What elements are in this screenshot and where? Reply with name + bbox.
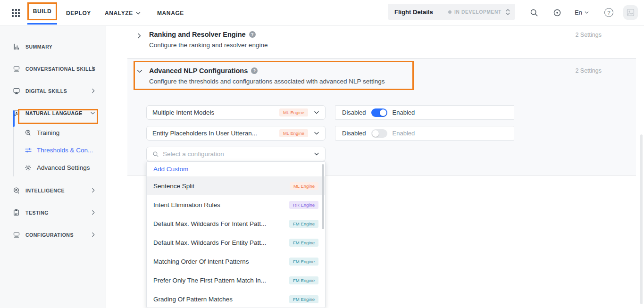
setting-select-entity-placeholders[interactable]: Entity Placeholders In User Utteran... M… — [146, 126, 326, 141]
sidebar-subitem-training[interactable]: Training — [0, 124, 106, 142]
option-label: Matching Order Of Intent Patterns — [153, 258, 249, 265]
chevron-down-icon — [314, 152, 319, 156]
chevron-down-icon — [314, 110, 319, 115]
chevron-down-icon[interactable] — [137, 69, 142, 74]
sidebar-subitem-label: Thresholds & Con... — [37, 147, 93, 154]
nav-tab-manage[interactable]: MANAGE — [157, 10, 184, 17]
sidebar-subitem-thresholds[interactable]: Thresholds & Con... — [0, 142, 106, 159]
section-subtitle: Configure the thresholds and configurati… — [149, 78, 385, 85]
chevron-right-icon — [91, 210, 95, 215]
help-icon[interactable]: ? — [251, 67, 258, 74]
help-icon[interactable]: ? — [249, 31, 256, 38]
dropdown-scrollbar[interactable] — [322, 164, 324, 229]
engine-badge: ML Engine — [290, 182, 318, 190]
setting-label: Multiple Intent Models — [152, 109, 214, 116]
toggle-switch[interactable] — [371, 129, 387, 138]
bot-selector[interactable]: Flight Details IN DEVELOPMENT — [388, 4, 515, 20]
sidebar-item-intelligence[interactable]: INTELLIGENCE — [0, 179, 106, 201]
status-dot-icon — [448, 10, 452, 14]
chevron-right-icon — [91, 66, 95, 71]
option-label: Prefer Only The First Pattern Match In..… — [153, 277, 266, 284]
monitor-icon — [13, 87, 21, 95]
engine-badge: FM Engine — [289, 295, 318, 303]
engine-badge: FM Engine — [289, 239, 318, 247]
toggle-switch[interactable] — [371, 108, 387, 117]
stack-icon — [13, 65, 21, 73]
dropdown-option-max-wildcards-intent[interactable]: Default Max. Wildcards For Intent Patt..… — [147, 214, 325, 233]
toggle-row-multiple-intent-models: Disabled Enabled — [335, 105, 514, 120]
settings-count: 2 Settings — [575, 67, 602, 74]
chevron-right-icon — [91, 232, 95, 237]
top-bar: BUILD DEPLOY ANALYZE MANAGE Flight Detai… — [0, 0, 644, 26]
section-subtitle: Configure the ranking and resolver engin… — [149, 42, 268, 49]
engine-badge: FM Engine — [289, 220, 318, 228]
dropdown-option-max-wildcards-entity[interactable]: Default Max. Wildcards For Entity Patt..… — [147, 233, 325, 252]
bot-status-label: IN DEVELOPMENT — [454, 9, 502, 15]
sidebar-item-natural-language[interactable]: NATURAL LANGUAGE — [0, 102, 106, 124]
chevron-down-icon — [90, 111, 95, 115]
help-icon[interactable]: ? — [604, 8, 613, 17]
toggle-knob — [380, 109, 386, 116]
search-icon — [152, 151, 159, 158]
settings-count: 2 Settings — [575, 32, 602, 38]
sidebar-subitem-advanced-settings[interactable]: Advanced Settings — [0, 159, 106, 176]
sidebar-item-conversational-skills[interactable]: CONVERSATIONAL SKILLS — [0, 58, 106, 80]
language-selector[interactable]: En — [575, 9, 589, 16]
search-icon[interactable] — [530, 8, 538, 17]
setting-select-multiple-intent-models[interactable]: Multiple Intent Models ML Engine — [146, 105, 326, 120]
nav-build-active-underline — [27, 23, 57, 25]
nav-tab-analyze[interactable]: ANALYZE — [105, 10, 141, 17]
dropdown-option-prefer-first-pattern[interactable]: Prefer Only The First Pattern Match In..… — [147, 271, 325, 290]
option-label: Default Max. Wildcards For Intent Patt..… — [153, 220, 266, 227]
clipboard-icon — [13, 209, 21, 216]
stack-icon — [13, 231, 21, 239]
dropdown-option-matching-order[interactable]: Matching Order Of Intent Patterns FM Eng… — [147, 252, 325, 271]
toggle-enabled-label: Enabled — [393, 130, 415, 137]
sidebar-item-testing[interactable]: TESTING — [0, 201, 106, 224]
sliders-icon — [25, 147, 32, 154]
configuration-search-select[interactable] — [146, 147, 326, 161]
toggle-enabled-label: Enabled — [393, 109, 415, 116]
engine-badge: ML Engine — [279, 108, 308, 117]
bar-chart-icon — [13, 43, 21, 50]
dropdown-option-sentence-split[interactable]: Sentence Split ML Engine — [147, 176, 325, 195]
target-icon[interactable] — [553, 8, 561, 17]
nav-tab-analyze-label: ANALYZE — [105, 10, 133, 17]
engine-badge: ML Engine — [279, 129, 308, 137]
section-title: Ranking and Resolver Engine — [149, 31, 246, 38]
chevron-right-icon[interactable] — [137, 33, 142, 39]
chevron-right-icon — [91, 88, 95, 93]
ranking-resolver-section: Ranking and Resolver Engine ? Configure … — [127, 26, 636, 58]
chevron-down-icon — [585, 10, 589, 15]
chevron-down-icon — [136, 11, 141, 16]
toggle-disabled-label: Disabled — [342, 130, 366, 137]
dropdown-option-intent-elimination[interactable]: Intent Elimination Rules RR Engine — [147, 195, 325, 214]
option-label: Grading Of Pattern Matches — [153, 296, 233, 303]
gear-icon — [25, 164, 32, 171]
configuration-search-input[interactable] — [163, 150, 314, 158]
app-launcher-icon[interactable] — [12, 9, 20, 17]
sidebar-item-digital-skills[interactable]: DIGITAL SKILLS — [0, 80, 106, 102]
page-scrollbar[interactable] — [640, 134, 643, 304]
toggle-row-entity-placeholders: Disabled Enabled — [335, 126, 514, 141]
language-label: En — [575, 9, 582, 16]
configuration-dropdown-panel: Add Custom Sentence Split ML Engine Inte… — [146, 161, 326, 308]
add-custom-option[interactable]: Add Custom — [147, 162, 325, 176]
toggle-knob — [372, 130, 379, 137]
sidebar-item-label: DIGITAL SKILLS — [25, 88, 67, 94]
dropdown-option-grading-pattern-matches[interactable]: Grading Of Pattern Matches FM Engine — [147, 290, 325, 308]
chevron-right-icon — [91, 188, 95, 193]
nav-tab-build[interactable]: BUILD — [33, 8, 52, 15]
sidebar-item-summary[interactable]: SUMMARY — [0, 35, 106, 58]
engine-badge: FM Engine — [289, 258, 318, 266]
sidebar-item-label: TESTING — [25, 210, 49, 216]
nav-tab-deploy[interactable]: DEPLOY — [66, 10, 91, 17]
training-head-icon — [25, 129, 32, 136]
sidebar-item-configurations[interactable]: CONFIGURATIONS — [0, 224, 106, 246]
avatar[interactable] — [623, 5, 638, 20]
active-item-indicator — [13, 110, 15, 127]
bot-switch-chevrons-icon[interactable] — [505, 8, 510, 16]
sidebar-item-label: CONFIGURATIONS — [25, 232, 74, 238]
engine-badge: RR Engine — [289, 201, 318, 209]
section-title: Advanced NLP Configurations — [149, 67, 248, 75]
